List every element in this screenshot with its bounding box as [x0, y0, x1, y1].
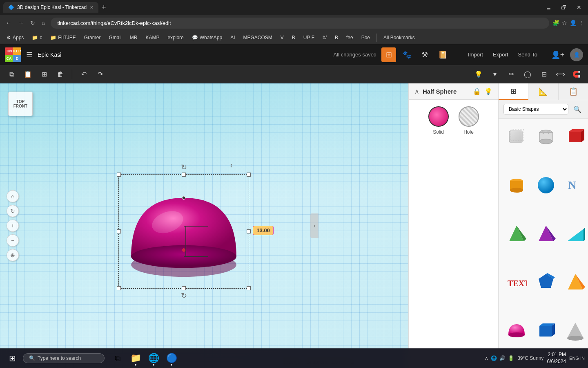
panel-collapse-arrow[interactable]: › [310, 213, 318, 238]
shape-pyramid-green[interactable] [503, 221, 530, 266]
orbit-button[interactable]: ↻ [7, 205, 19, 217]
fit-button[interactable]: ⊕ [7, 249, 19, 261]
panel-collapse-btn[interactable]: ∧ [414, 88, 419, 95]
half-sphere-shape[interactable] [125, 186, 243, 283]
handle-top-mid[interactable] [182, 173, 186, 177]
forward-button[interactable]: → [16, 18, 26, 28]
hole-swatch[interactable] [459, 106, 479, 127]
bookmark-megacosm[interactable]: MEGACOSM [240, 34, 275, 42]
view-cube[interactable]: TOP FRONT [8, 92, 37, 120]
taskbar-files-button[interactable]: 📁 [127, 350, 144, 366]
bookmark-up[interactable]: UP F [300, 34, 318, 42]
tinkercad-logo[interactable]: TIN KER CA D [5, 47, 21, 62]
close-button[interactable]: ✕ [573, 2, 585, 12]
shape-cylinder-hollow[interactable] [533, 123, 559, 169]
bookmark-b2[interactable]: b/ [319, 34, 330, 42]
hamburger-menu-button[interactable]: ☰ [26, 50, 33, 59]
bookmark-mr[interactable]: MR [127, 34, 141, 42]
tab-close-btn[interactable]: ✕ [90, 5, 94, 10]
3d-viewport[interactable]: TOP FRONT ⌂ ↻ + − ⊕ [0, 83, 408, 368]
notebook-button[interactable]: 📔 [435, 47, 450, 62]
profile-icon[interactable]: 👤 [570, 20, 577, 26]
bookmark-star-icon[interactable]: ☆ [562, 20, 567, 26]
light-icon[interactable]: 💡 [484, 88, 492, 95]
paw-button[interactable]: 🐾 [399, 47, 414, 62]
copy-button[interactable]: ⧉ [5, 68, 18, 81]
cube-face[interactable]: TOP FRONT [8, 92, 33, 116]
taskbar-search[interactable]: 🔍 Type here to search [23, 353, 105, 363]
bookmark-kamp[interactable]: KAMP [142, 34, 163, 42]
import-button[interactable]: Import [463, 49, 488, 60]
volume-icon[interactable]: 🔊 [499, 355, 506, 361]
shape-box-translucent[interactable] [503, 123, 530, 169]
bookmark-apps[interactable]: ⚙ Apps [3, 34, 27, 42]
menu-icon[interactable]: ⋮ [579, 20, 585, 26]
start-button[interactable]: ⊞ [3, 349, 21, 367]
home-view-button[interactable]: ⌂ [7, 190, 19, 202]
rotation-handle-top[interactable]: ↻ [181, 163, 187, 172]
handle-top-right[interactable] [247, 173, 251, 177]
handle-bottom-right[interactable] [247, 286, 251, 290]
delete-button[interactable]: 🗑 [54, 68, 67, 81]
handle-bottom-mid[interactable] [182, 286, 186, 290]
align-button[interactable]: ⊟ [537, 68, 550, 81]
category-selector[interactable]: Basic Shapes [503, 104, 568, 114]
hole-option[interactable]: Hole [459, 106, 479, 135]
hammer-button[interactable]: ⚒ [417, 47, 432, 62]
back-button[interactable]: ← [3, 18, 14, 28]
tab-ruler[interactable]: 📐 [528, 83, 558, 100]
shape-pyramid-yellow[interactable] [562, 269, 588, 314]
bookmark-b3[interactable]: B [332, 34, 341, 42]
export-button[interactable]: Export [488, 49, 513, 60]
clock[interactable]: 2:01 PM 6/6/2024 [547, 351, 566, 365]
minimize-button[interactable]: 🗕 [542, 2, 555, 12]
handle-mid-left[interactable] [117, 229, 121, 233]
handle-top-left[interactable] [117, 173, 121, 177]
new-tab-button[interactable]: + [100, 2, 108, 13]
taskbar-chrome-button[interactable]: 🔵 [163, 350, 180, 366]
bookmark-poe[interactable]: Poe [358, 34, 373, 42]
url-input[interactable] [51, 18, 549, 29]
grid-view-button[interactable]: ⊞ [381, 47, 396, 62]
bookmark-gramer[interactable]: Gramer [81, 34, 104, 42]
light-button[interactable]: 💡 [472, 68, 485, 81]
bookmark-fee[interactable]: fee [343, 34, 356, 42]
mirror-button[interactable]: ⟺ [554, 68, 567, 81]
tab-notes[interactable]: 📋 [559, 83, 588, 100]
circle-tool-button[interactable]: ◯ [521, 68, 534, 81]
shape-pentagon-blue[interactable] [533, 269, 559, 314]
undo-button[interactable]: ↶ [77, 68, 90, 81]
bookmark-explore[interactable]: explore [164, 34, 187, 42]
zoom-out-button[interactable]: − [7, 234, 19, 247]
expand-tray-btn[interactable]: ∧ [485, 355, 488, 361]
taskbar-explorer-button[interactable]: 🌐 [145, 350, 162, 366]
user-avatar[interactable]: 👤 [570, 48, 583, 61]
all-bookmarks-btn[interactable]: All Bookmarks [380, 34, 418, 42]
bookmark-b1[interactable]: B [289, 34, 298, 42]
dropdown-button[interactable]: ▾ [488, 68, 501, 81]
add-user-button[interactable]: 👤+ [550, 47, 565, 62]
bookmark-ai[interactable]: AI [227, 34, 238, 42]
language-indicator[interactable]: ENG IN [569, 356, 585, 361]
handle-mid-right[interactable] [247, 229, 251, 233]
bookmark-folder[interactable]: 📁 c [29, 34, 45, 42]
shape-selection-container[interactable]: ↻ ↻ [118, 174, 249, 289]
shape-wedge-teal[interactable] [562, 221, 588, 266]
tab-shapes[interactable]: ⊞ [499, 83, 528, 100]
bookmark-gmail[interactable]: Gmail [105, 34, 125, 42]
bookmark-v[interactable]: V [277, 34, 287, 42]
refresh-button[interactable]: ↻ [28, 18, 38, 28]
sketch-button[interactable]: ✏ [505, 68, 518, 81]
shape-sphere-blue[interactable] [533, 172, 559, 218]
redo-button[interactable]: ↷ [94, 68, 107, 81]
shape-box-red[interactable] [562, 123, 588, 169]
active-tab[interactable]: 🔷 3D design Epic Kasi - Tinkercad ✕ [3, 2, 98, 13]
shape-text-red[interactable]: TEXT [503, 269, 530, 314]
handle-bottom-left[interactable] [117, 286, 121, 290]
shape-cylinder-orange[interactable] [503, 172, 530, 218]
maximize-button[interactable]: 🗗 [558, 2, 570, 12]
taskview-button[interactable]: ⧉ [109, 350, 126, 366]
bookmark-whatsapp[interactable]: 💬 WhatsApp [189, 34, 225, 42]
send-to-button[interactable]: Send To [513, 49, 542, 60]
shape-pyramid-purple[interactable] [533, 221, 559, 266]
